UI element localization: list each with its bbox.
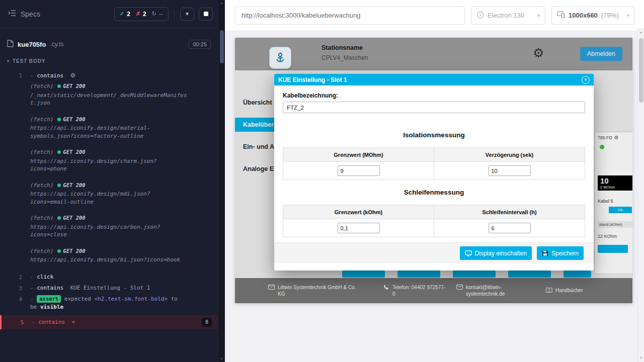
grenzwert-kohm-input[interactable] bbox=[338, 223, 380, 233]
app-under-test: Stationsname CPLV4_Maschen ⚙ Abmelden Üb… bbox=[235, 38, 632, 303]
schleifenmessung-title: Schleifenmessung bbox=[283, 189, 585, 196]
command-assert[interactable]: 4 - assert expected <h2.text-sm.font-bol… bbox=[0, 294, 218, 313]
fetch-log-4[interactable]: (fetch)GET 200 https://api.iconify.desig… bbox=[0, 180, 218, 214]
speichern-button[interactable]: Speichern bbox=[537, 246, 584, 260]
modal-header: KUE Einstellung - Slot 1 × bbox=[274, 74, 594, 85]
failed-count: 2 bbox=[143, 11, 146, 18]
viewport-selector[interactable]: 1000x660 (79%) ▾ bbox=[551, 7, 635, 25]
chevron-down-icon: ▾ bbox=[186, 11, 189, 17]
command-number: 4 bbox=[0, 295, 22, 303]
command-contains-failed[interactable]: 5 - contains × 0 bbox=[0, 315, 218, 329]
viewport-icon bbox=[557, 11, 565, 20]
isolationsmessung-title: Isolationsmessung bbox=[283, 131, 585, 139]
command-log: 1 - contains ⚙ (fetch)GET 200 /_next/sta… bbox=[0, 67, 218, 329]
fetch-log-2[interactable]: (fetch)GET 200 https://api.iconify.desig… bbox=[0, 115, 218, 148]
command-contains-1[interactable]: 1 - contains ⚙ bbox=[0, 70, 218, 81]
kabelbezeichnung-input[interactable] bbox=[283, 102, 585, 113]
divider bbox=[174, 9, 175, 19]
fetch-url: https://api.iconify.design/material-symb… bbox=[30, 124, 187, 140]
column-header: Schleifenintervall (h) bbox=[434, 205, 585, 219]
chevron-down-icon: ▾ bbox=[627, 13, 629, 18]
verzoegerung-sek-input[interactable] bbox=[489, 165, 531, 176]
reporter-scrollbar[interactable]: ▲ ▼ bbox=[218, 0, 225, 362]
modal-title: KUE Einstellung - Slot 1 bbox=[278, 76, 347, 83]
spec-timer: 00:25 bbox=[189, 40, 211, 49]
fetch-log-3[interactable]: (fetch)GET 200 https://api.iconify.desig… bbox=[0, 147, 218, 180]
scroll-up-icon[interactable]: ▲ bbox=[218, 2, 225, 5]
fetch-url: https://api.iconify.design/charm.json?ic… bbox=[30, 157, 187, 173]
isolationsmessung-table: Grenzwert (MOhm) Verzögerung (sek) bbox=[283, 147, 585, 180]
column-header: Grenzwert (MOhm) bbox=[283, 148, 434, 162]
specs-icon bbox=[8, 10, 16, 18]
element-selector: <h2.text-sm.font-bold> bbox=[94, 296, 168, 302]
fetch-log-5[interactable]: (fetch)GET 200 https://api.iconify.desig… bbox=[0, 213, 218, 246]
close-icon[interactable]: × bbox=[582, 76, 590, 84]
caret-down-icon: ▾ bbox=[7, 59, 9, 63]
stat-pending: ↻-- bbox=[152, 11, 163, 18]
fetch-url: https://api.iconify.design/bi.json?icons… bbox=[30, 256, 187, 264]
chevron-down-icon: ▾ bbox=[537, 13, 540, 18]
spec-name: kue705fo bbox=[18, 41, 46, 48]
display-icon bbox=[465, 250, 472, 256]
aut-panel: Electron 130 ▾ 1000x660 (79%) ▾ bbox=[225, 0, 644, 362]
app-viewport: Stationsname CPLV4_Maschen ⚙ Abmelden Üb… bbox=[225, 31, 637, 362]
failed-icon: ✗ bbox=[136, 11, 140, 17]
status-dot bbox=[57, 216, 61, 220]
command-number: 2 bbox=[0, 273, 22, 281]
status-dot bbox=[57, 184, 61, 187]
scroll-up-icon[interactable]: ▲ bbox=[638, 31, 644, 34]
command-contains-2[interactable]: 3 - contains KUE Einstellung - Slot 1 bbox=[0, 283, 218, 294]
column-header: Verzögerung (sek) bbox=[434, 148, 585, 162]
pending-icon: ↻ bbox=[152, 11, 156, 17]
url-toolbar: Electron 130 ▾ 1000x660 (79%) ▾ bbox=[225, 0, 644, 31]
fetch-log-6[interactable]: (fetch)GET 200 https://api.iconify.desig… bbox=[0, 246, 218, 272]
stop-button[interactable] bbox=[199, 8, 213, 21]
stop-icon bbox=[204, 12, 208, 16]
modal-footer: Display einschalten Speichern bbox=[274, 242, 594, 263]
command-message: KUE Einstellung - Slot 1 bbox=[70, 285, 150, 291]
display-einschalten-button[interactable]: Display einschalten bbox=[460, 246, 532, 260]
kue-settings-modal: KUE Einstellung - Slot 1 × Kabelbezeichn… bbox=[274, 74, 594, 270]
reporter-header: Specs ✓2 ✗2 ↻-- ▾ bbox=[0, 0, 218, 28]
status-dot bbox=[57, 118, 61, 121]
reporter-scrollbar-thumb[interactable] bbox=[220, 30, 224, 63]
viewport-size: 1000x660 bbox=[569, 12, 598, 19]
column-header: Grenzwert (kOhm) bbox=[283, 205, 434, 219]
viewport-zoom: (79%) bbox=[601, 12, 619, 19]
retry-count-badge: 0 bbox=[202, 318, 212, 327]
specs-nav-button[interactable]: Specs bbox=[8, 10, 40, 18]
grenzwert-mohm-input[interactable] bbox=[338, 165, 380, 176]
status-dot bbox=[57, 84, 61, 88]
schleifenintervall-input[interactable] bbox=[489, 223, 531, 233]
stat-passed: ✓2 bbox=[120, 11, 130, 18]
command-number: 1 bbox=[0, 71, 22, 79]
cypress-reporter: Specs ✓2 ✗2 ↻-- ▾ kue705fo.cy.t bbox=[0, 0, 225, 362]
url-input[interactable] bbox=[235, 7, 465, 25]
gear-icon: ⚙ bbox=[70, 72, 75, 79]
browser-label: Electron 130 bbox=[488, 12, 524, 19]
collapse-button[interactable]: ▾ bbox=[180, 8, 194, 21]
cypress-window: Specs ✓2 ✗2 ↻-- ▾ kue705fo.cy.t bbox=[0, 0, 644, 362]
fetch-url: /_next/static/development/_devMiddleware… bbox=[30, 92, 187, 107]
scroll-down-icon[interactable]: ▼ bbox=[638, 356, 644, 359]
specs-label: Specs bbox=[21, 10, 40, 18]
window-scrollbar-thumb[interactable] bbox=[639, 38, 643, 103]
command-message: × bbox=[71, 319, 75, 325]
command-number: 3 bbox=[0, 284, 22, 292]
passed-count: 2 bbox=[127, 11, 130, 18]
spec-bar[interactable]: kue705fo.cy.ts 00:25 bbox=[0, 35, 218, 53]
save-icon bbox=[542, 250, 548, 256]
browser-selector[interactable]: Electron 130 ▾ bbox=[471, 7, 545, 25]
status-dot bbox=[57, 150, 61, 154]
fetch-url: https://api.iconify.design/mdi.json?icon… bbox=[30, 190, 187, 206]
pending-count: -- bbox=[159, 11, 163, 18]
command-click[interactable]: 2 - click bbox=[0, 272, 218, 283]
window-scrollbar[interactable]: ▲ ▼ bbox=[637, 28, 644, 362]
schleifenmessung-table: Grenzwert (kOhm) Schleifenintervall (h) bbox=[283, 205, 585, 237]
command-number: 5 bbox=[2, 318, 24, 326]
fetch-log-1[interactable]: (fetch)GET 200 /_next/static/development… bbox=[0, 81, 218, 115]
test-body-toggle[interactable]: ▾ TEST BODY bbox=[0, 54, 218, 67]
scroll-down-icon[interactable]: ▼ bbox=[218, 357, 225, 360]
run-stats[interactable]: ✓2 ✗2 ↻-- bbox=[114, 7, 169, 21]
passed-icon: ✓ bbox=[120, 11, 124, 17]
